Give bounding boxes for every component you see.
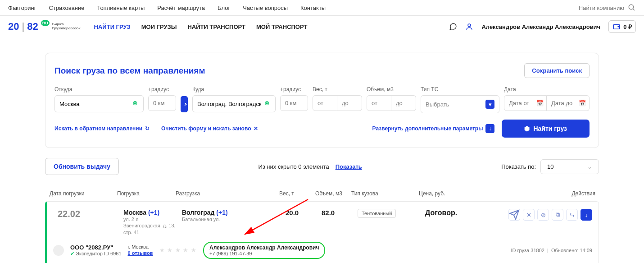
from-label: Откуда (54, 86, 144, 92)
weight-to-input[interactable] (337, 95, 362, 111)
from-input[interactable] (54, 95, 144, 112)
pin-icon (132, 100, 139, 108)
volume-from-input[interactable] (367, 95, 391, 111)
radius-to-label: +радиус (280, 86, 308, 92)
radius-to-input[interactable] (280, 95, 308, 111)
type-select[interactable]: Выбрать▾ (421, 95, 499, 113)
weight-label: Вес, т (313, 86, 362, 92)
annotation-arrow (231, 197, 644, 262)
type-label: Тип ТС (421, 86, 499, 92)
main-nav: НАЙТИ ГРУЗМОИ ГРУЗЫНАЙТИ ТРАНСПОРТМОЙ ТР… (94, 23, 308, 30)
topnav-item[interactable]: Контакты (300, 5, 326, 11)
save-search-button[interactable]: Сохранить поиск (524, 63, 590, 78)
th-actions: Действия (477, 190, 599, 197)
expand-params-link[interactable]: Развернуть дополнительные параметры ↓ (372, 124, 495, 133)
weight-from-input[interactable] (313, 95, 337, 111)
chevron-down-icon: ↓ (485, 124, 494, 133)
search-icon[interactable] (628, 4, 636, 12)
topnav-item[interactable]: Топливные карты (97, 5, 145, 11)
per-page-label: Показать по: (501, 163, 536, 170)
refresh-icon: ↻ (145, 125, 150, 132)
date-label: Дата (504, 86, 590, 92)
svg-point-8 (267, 102, 268, 104)
svg-point-4 (618, 26, 619, 27)
panel-title: Поиск груза по всем направлениям (54, 66, 205, 76)
clear-form-link[interactable]: Очистить форму и искать заново ✕ (161, 125, 258, 132)
reviews-link[interactable]: 0 отзывов (128, 250, 153, 256)
load-address: ул. 2-я Звенигородская, д. 13, стр. 41 (123, 216, 177, 235)
to-label: Куда (192, 86, 276, 92)
rating-stars: ★ ★ ★ ★ ★ (159, 247, 197, 254)
clear-icon: ✕ (254, 125, 258, 132)
volume-label: Объем, м3 (367, 86, 416, 92)
card-date: 22.02 (53, 209, 119, 219)
company-name[interactable]: ООО "2082.РУ" (70, 244, 113, 251)
chevron-down-icon: ▾ (485, 100, 494, 109)
th-body: Тип кузова (347, 190, 414, 197)
topnav-item[interactable]: Частые вопросы (243, 5, 288, 11)
radius-from-label: +радиус (148, 86, 176, 92)
chat-icon[interactable] (449, 23, 457, 31)
wallet-icon (612, 23, 621, 31)
hidden-count: Из них скрыто 0 элемента (258, 163, 329, 170)
company-city: г. Москва (128, 244, 153, 249)
logo[interactable]: 20|82 RU БиржаГрузоперевозок (8, 21, 81, 32)
radius-from-input[interactable] (148, 95, 176, 111)
cargo-card: 22.02 Москва (+1) ул. 2-я Звенигородская… (45, 201, 599, 263)
company-search (570, 4, 636, 12)
show-hidden-link[interactable]: Показать (336, 163, 362, 170)
to-input[interactable] (192, 95, 276, 112)
volume-to-input[interactable] (391, 95, 416, 111)
th-price: Цена, руб. (414, 190, 477, 197)
swap-button[interactable] (181, 96, 188, 112)
mainnav-item[interactable]: МОЙ ТРАНСПОРТ (256, 23, 307, 30)
top-nav: ФакторингСтрахованиеТопливные картыРасчё… (8, 5, 326, 11)
svg-line-9 (245, 199, 308, 234)
th-volume: Объем, м3 (311, 190, 347, 197)
th-weight: Вес, т (275, 190, 311, 197)
svg-point-6 (135, 102, 136, 104)
balance-value: 0 ₽ (623, 23, 632, 30)
svg-point-0 (629, 5, 634, 9)
wallet[interactable]: 0 ₽ (608, 20, 636, 33)
mainnav-item[interactable]: НАЙТИ ГРУЗ (94, 23, 131, 30)
calendar-icon: 📅 (579, 100, 586, 106)
date-to-input[interactable]: 📅 (547, 95, 590, 111)
th-date: Дата погрузки (45, 190, 113, 197)
th-unload: Разгрузка (171, 190, 275, 197)
user-icon[interactable] (465, 23, 473, 31)
logo-badge: RU (41, 20, 50, 26)
per-page-select[interactable]: 10⌄ (540, 159, 599, 174)
reverse-search-link[interactable]: Искать в обратном направлении ↻ (54, 125, 150, 132)
company-sub: Экспедитор ID 6961 (76, 251, 121, 256)
th-load: Погрузка (113, 190, 171, 197)
chevron-down-icon: ⌄ (587, 163, 592, 170)
svg-point-2 (468, 24, 471, 27)
pin-icon (263, 100, 271, 108)
mainnav-item[interactable]: МОИ ГРУЗЫ (141, 23, 177, 30)
svg-line-1 (633, 9, 635, 10)
topnav-item[interactable]: Страхование (49, 5, 84, 11)
user-name[interactable]: Александров Александр Александрович (481, 23, 600, 30)
load-city: Москва (+1) (123, 209, 177, 216)
topnav-item[interactable]: Расчёт маршрута (157, 5, 205, 11)
company-search-input[interactable] (570, 5, 624, 11)
company-avatar (53, 245, 64, 256)
mainnav-item[interactable]: НАЙТИ ТРАНСПОРТ (187, 23, 245, 30)
cube-icon: ⬢ (524, 125, 530, 132)
calendar-icon: 📅 (536, 100, 544, 106)
topnav-item[interactable]: Факторинг (8, 5, 36, 11)
date-from-input[interactable]: 📅 (504, 95, 547, 111)
submit-button[interactable]: ⬢Найти груз (502, 120, 590, 138)
refresh-results-button[interactable]: Обновить выдачу (45, 158, 119, 175)
topnav-item[interactable]: Блог (218, 5, 230, 11)
verified-icon: ✔ (70, 251, 74, 256)
search-panel: Поиск груза по всем направлениям Сохрани… (45, 53, 599, 148)
